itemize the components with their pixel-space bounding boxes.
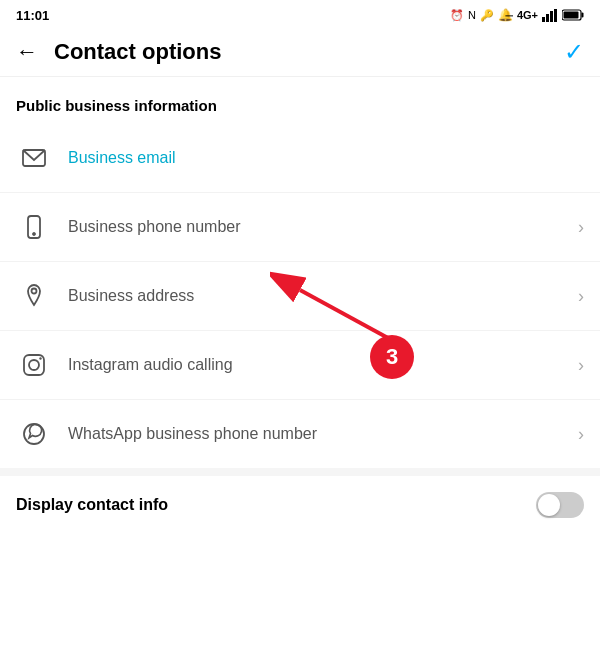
list-item-business-address[interactable]: Business address › <box>0 261 600 330</box>
chevron-right-icon: › <box>578 286 584 307</box>
status-bar: 11:01 ⏰ N 🔑 🔔̶ 4G+ <box>0 0 600 28</box>
signal-bars-icon <box>542 9 558 22</box>
page-title: Contact options <box>54 39 564 65</box>
toolbar: ← Contact options ✓ <box>0 28 600 77</box>
section-public-business-header: Public business information <box>0 77 600 124</box>
instagram-audio-label: Instagram audio calling <box>68 356 578 374</box>
svg-point-10 <box>32 289 37 294</box>
whatsapp-phone-label: WhatsApp business phone number <box>68 425 578 443</box>
display-contact-row: Display contact info <box>0 476 600 534</box>
svg-point-13 <box>39 357 41 359</box>
svg-rect-5 <box>582 13 584 18</box>
whatsapp-icon <box>16 416 52 452</box>
vpn-key-icon: 🔑 <box>480 9 494 22</box>
section-divider <box>0 468 600 476</box>
list-item-business-phone[interactable]: Business phone number › <box>0 192 600 261</box>
svg-point-12 <box>29 360 39 370</box>
back-button[interactable]: ← <box>16 39 38 65</box>
mute-icon: 🔔̶ <box>498 8 513 22</box>
signal-icon: 4G+ <box>517 9 538 21</box>
business-email-label: Business email <box>68 149 584 167</box>
list-item-whatsapp-phone[interactable]: WhatsApp business phone number › <box>0 399 600 468</box>
business-phone-label: Business phone number <box>68 218 578 236</box>
email-icon <box>16 140 52 176</box>
alarm-icon: ⏰ <box>450 9 464 22</box>
battery-icon <box>562 9 584 21</box>
chevron-right-icon: › <box>578 217 584 238</box>
confirm-button[interactable]: ✓ <box>564 38 584 66</box>
list-item-instagram-audio[interactable]: Instagram audio calling › <box>0 330 600 399</box>
status-time: 11:01 <box>16 8 49 23</box>
svg-rect-3 <box>554 9 557 22</box>
business-address-label: Business address <box>68 287 578 305</box>
status-icons: ⏰ N 🔑 🔔̶ 4G+ <box>450 8 584 22</box>
display-contact-label: Display contact info <box>16 496 536 514</box>
phone-icon <box>16 209 52 245</box>
chevron-right-icon: › <box>578 424 584 445</box>
annotation-badge: 3 <box>370 335 414 379</box>
badge-number: 3 <box>386 344 398 370</box>
contact-options-list: Business email Business phone number › B… <box>0 124 600 468</box>
svg-rect-1 <box>546 14 549 22</box>
instagram-icon <box>16 347 52 383</box>
n-icon: N <box>468 9 476 21</box>
display-contact-toggle[interactable] <box>536 492 584 518</box>
location-icon <box>16 278 52 314</box>
svg-rect-6 <box>564 12 579 19</box>
svg-point-9 <box>33 233 35 235</box>
svg-rect-2 <box>550 11 553 22</box>
svg-rect-0 <box>542 17 545 22</box>
chevron-right-icon: › <box>578 355 584 376</box>
list-item-business-email[interactable]: Business email <box>0 124 600 192</box>
